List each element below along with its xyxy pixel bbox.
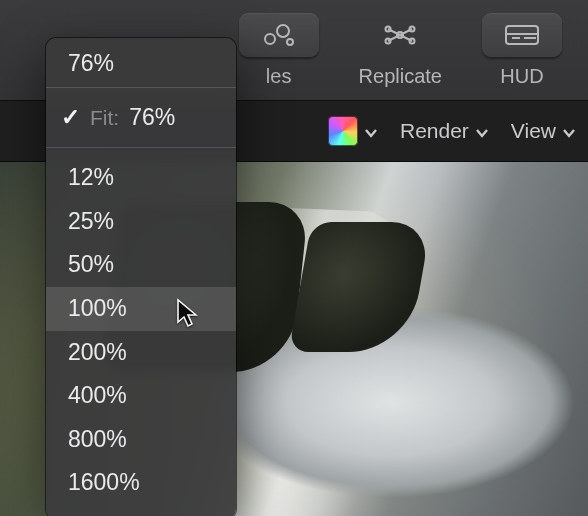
svg-point-0	[265, 34, 275, 44]
zoom-level-item[interactable]: 800%	[46, 418, 236, 462]
replicate-icon	[360, 13, 440, 57]
zoom-level-item[interactable]: 200%	[46, 331, 236, 375]
svg-point-1	[277, 25, 289, 37]
hud-icon	[482, 13, 562, 57]
tool-replicate[interactable]: Replicate	[359, 13, 442, 88]
view-dropdown[interactable]: View	[511, 119, 576, 143]
tool-hud[interactable]: HUD	[482, 13, 562, 88]
zoom-level-item[interactable]: 100%	[46, 287, 236, 331]
zoom-fit-row[interactable]: ✓ Fit: 76%	[46, 88, 236, 147]
zoom-level-item[interactable]: 400%	[46, 374, 236, 418]
zoom-level-item[interactable]: 12%	[46, 156, 236, 200]
zoom-level-item[interactable]: 25%	[46, 200, 236, 244]
app-root: les Replicate HU	[0, 0, 588, 516]
chevron-down-icon	[475, 119, 489, 143]
render-dropdown[interactable]: Render	[400, 119, 489, 143]
tool-replicate-label: Replicate	[359, 65, 442, 88]
particles-icon	[239, 13, 319, 57]
checkmark-icon: ✓	[60, 104, 80, 131]
svg-point-2	[287, 39, 293, 45]
zoom-fit-value: 76%	[129, 104, 175, 131]
color-well-icon	[328, 116, 358, 146]
zoom-level-item[interactable]: 50%	[46, 243, 236, 287]
chevron-down-icon	[364, 119, 378, 143]
fit-label: Fit:	[90, 106, 119, 130]
zoom-level-list: 12%25%50%100%200%400%800%1600%	[46, 148, 236, 516]
render-label: Render	[400, 119, 469, 143]
tool-particles[interactable]: les	[239, 13, 319, 88]
tool-hud-label: HUD	[500, 65, 543, 88]
zoom-level-item[interactable]: 1600%	[46, 461, 236, 505]
zoom-current-value[interactable]: 76%	[46, 38, 236, 87]
view-label: View	[511, 119, 556, 143]
color-well-dropdown[interactable]	[328, 116, 378, 146]
chevron-down-icon	[562, 119, 576, 143]
tool-particles-label: les	[266, 65, 292, 88]
zoom-dropdown-panel: 76% ✓ Fit: 76% 12%25%50%100%200%400%800%…	[46, 38, 236, 516]
